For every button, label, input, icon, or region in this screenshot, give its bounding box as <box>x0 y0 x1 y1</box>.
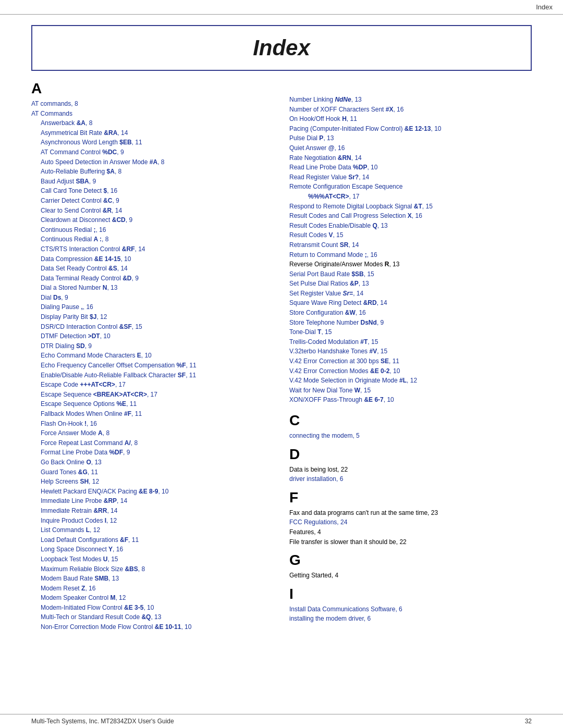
footer-left: Multi-Tech Systems, Inc. MT2834ZDX User'… <box>31 718 174 725</box>
list-item: Guard Tones &G, 11 <box>31 467 274 477</box>
list-item: Result Codes Enable/Disable Q, 13 <box>289 221 532 231</box>
section-f-letter: F <box>289 489 532 506</box>
section-i-letter: I <box>289 586 532 602</box>
list-item: Respond to Remote Digital Loopback Signa… <box>289 202 532 212</box>
section-a-letter: A <box>31 80 274 97</box>
list-item: CTS/RTS Interaction Control &RF, 14 <box>31 244 274 254</box>
list-item: installing the modem driver, 6 <box>289 614 532 624</box>
footer: Multi-Tech Systems, Inc. MT2834ZDX User'… <box>0 714 563 728</box>
list-item: Immediate Line Probe &RP, 14 <box>31 496 274 506</box>
main-content: A AT commands, 8 AT Commands Answerback … <box>31 76 532 632</box>
list-item: Modem-Initiated Flow Control &E 3-5, 10 <box>31 603 274 613</box>
list-item: Data Compression &E 14-15, 10 <box>31 254 274 264</box>
list-item: Modem Baud Rate SMB, 13 <box>31 574 274 584</box>
list-item: Read Register Value Sr?, 14 <box>289 172 532 182</box>
list-item: Install Data Communications Software, 6 <box>289 604 532 614</box>
list-item: Result Codes and Call Progress Selection… <box>289 211 532 221</box>
list-item: Wait for New Dial Tone W, 15 <box>289 386 532 396</box>
list-item: Number Linking NdNe, 13 <box>289 95 532 105</box>
list-item: Auto Speed Detection in Answer Mode #A, … <box>31 157 274 167</box>
section-d-letter: D <box>289 446 532 463</box>
left-column: A AT commands, 8 AT Commands Answerback … <box>31 76 274 632</box>
list-item: Non-Error Correction Mode Flow Control &… <box>31 622 274 632</box>
list-item: Baud Adjust SBA, 9 <box>31 177 274 187</box>
page-title: Index <box>48 35 515 60</box>
list-item: Serial Port Baud Rate $SB, 15 <box>289 269 532 279</box>
header-label: Index <box>536 3 553 11</box>
list-item: V.32terbo Handshake Tones #V, 15 <box>289 347 532 356</box>
list-item: Result Codes V, 15 <box>289 230 532 240</box>
list-item: Features, 4 <box>289 527 532 537</box>
list-item: Store Configuration &W, 16 <box>289 308 532 318</box>
list-item: Return to Command Mode ;, 16 <box>289 250 532 260</box>
section-g-letter: G <box>289 552 532 569</box>
list-item: Modem Reset Z, 16 <box>31 584 274 594</box>
list-item: Help Screens SH, 12 <box>31 477 274 487</box>
list-item: Hewlett Packard ENQ/ACK Pacing &E 8-9, 1… <box>31 487 274 497</box>
list-item: Trellis-Coded Modulation #T, 15 <box>289 337 532 347</box>
list-item: File transfer is slower than it should b… <box>289 537 532 547</box>
list-item: Dial a Stored Number N, 13 <box>31 283 274 293</box>
list-item: Escape Sequence Options %E, 11 <box>31 399 274 409</box>
list-item: Number of XOFF Characters Sent #X, 16 <box>289 105 532 115</box>
list-item: On Hook/Off Hook H, 11 <box>289 114 532 124</box>
list-item: Continuous Redial A :, 8 <box>31 235 274 244</box>
list-item: Clear to Send Control &R, 14 <box>31 206 274 216</box>
list-item: Fax and data programs can't run at the s… <box>289 508 532 518</box>
list-item: Escape Code +++AT<CR>, 17 <box>31 380 274 390</box>
list-item: DSR/CD Interaction Control &SF, 15 <box>31 322 274 332</box>
footer-right: 32 <box>525 718 532 725</box>
list-item: FCC Regulations, 24 <box>289 517 532 527</box>
list-item: Echo Command Mode Characters E, 10 <box>31 351 274 361</box>
list-item: List Commands L, 12 <box>31 525 274 535</box>
list-item: Set Pulse Dial Ratios &P, 13 <box>289 279 532 289</box>
list-item: Read Line Probe Data %DP, 10 <box>289 163 532 172</box>
list-item: Tone-Dial T, 15 <box>289 327 532 337</box>
list-item: driver installation, 6 <box>289 474 532 484</box>
list-item: Force Answer Mode A, 8 <box>31 428 274 438</box>
list-item: Cleardown at Disconnect &CD, 9 <box>31 215 274 225</box>
list-item: connecting the modem, 5 <box>289 431 532 441</box>
list-item: Enable/Disable Auto-Reliable Fallback Ch… <box>31 371 274 380</box>
section-c: C connecting the modem, 5 <box>289 412 532 441</box>
list-item: V.42 Error Correction Modes &E 0-2, 10 <box>289 366 532 376</box>
section-c-letter: C <box>289 412 532 429</box>
list-item: Asymmetrical Bit Rate &RA, 14 <box>31 128 274 138</box>
section-i: I Install Data Communications Software, … <box>289 586 532 624</box>
list-item: Reverse Originate/Answer Modes R, 13 <box>289 260 532 269</box>
list-item: Go Back Online O, 13 <box>31 458 274 467</box>
list-item: Store Telephone Number DsNd, 9 <box>289 318 532 328</box>
list-item: Pacing (Computer-Initiated Flow Control)… <box>289 124 532 134</box>
list-item: Rate Negotiation &RN, 14 <box>289 153 532 163</box>
list-item: Inquire Product Codes I, 12 <box>31 516 274 526</box>
list-item: %%%AT<CR>, 17 <box>289 192 532 202</box>
list-item: Set Register Value Sr=, 14 <box>289 289 532 299</box>
list-item: Carrier Detect Control &C, 9 <box>31 196 274 206</box>
list-item: Format Line Probe Data %DF, 9 <box>31 448 274 458</box>
section-f: F Fax and data programs can't run at the… <box>289 489 532 547</box>
list-item: Asynchronous Word Length $EB, 11 <box>31 138 274 147</box>
list-item: Loopback Test Modes U, 15 <box>31 554 274 564</box>
list-item: Force Repeat Last Command A/, 8 <box>31 438 274 448</box>
list-item: Quiet Answer @, 16 <box>289 143 532 153</box>
list-item: Dial Ds, 9 <box>31 293 274 303</box>
list-item: Data Terminal Ready Control &D, 9 <box>31 274 274 283</box>
section-d: D Data is being lost, 22 driver installa… <box>289 446 532 484</box>
list-item: V.42 Mode Selection in Originate Mode #L… <box>289 376 532 386</box>
section-g: G Getting Started, 4 <box>289 552 532 581</box>
title-box: Index <box>31 25 532 71</box>
list-item: XON/XOFF Pass-Through &E 6-7, 10 <box>289 395 532 405</box>
list-item: Long Space Disconnect Y, 16 <box>31 545 274 554</box>
list-item: DTMF Detection >DT, 10 <box>31 331 274 341</box>
list-item: Load Default Configurations &F, 11 <box>31 535 274 545</box>
list-item: AT Command Control %DC, 9 <box>31 147 274 157</box>
list-item: Flash On-Hook !, 16 <box>31 419 274 429</box>
list-item: Echo Frequency Canceller Offset Compensa… <box>31 361 274 371</box>
list-item: Fallback Modes When Online #F, 11 <box>31 409 274 419</box>
list-item: Multi-Tech or Standard Result Code &Q, 1… <box>31 612 274 622</box>
list-item: V.42 Error Correction at 300 bps SE, 11 <box>289 356 532 366</box>
list-item: Data Set Ready Control &S, 14 <box>31 264 274 274</box>
list-item: AT commands, 8 <box>31 99 274 109</box>
list-item: Retransmit Count SR, 14 <box>289 240 532 250</box>
header-bar: Index <box>0 0 563 15</box>
